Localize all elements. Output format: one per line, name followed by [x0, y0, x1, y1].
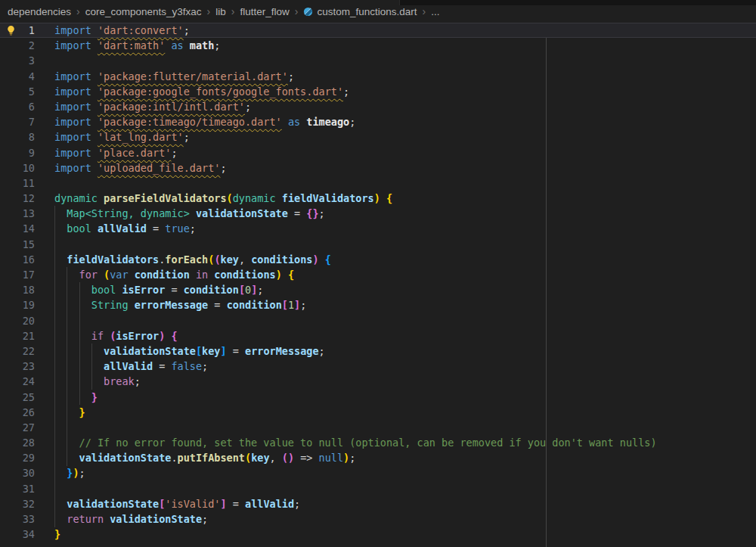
- line-number[interactable]: 5: [0, 84, 35, 99]
- code-token: [54, 207, 67, 219]
- code-line[interactable]: 20: [0, 313, 756, 328]
- code-line[interactable]: 23 allValid = false;: [0, 359, 756, 374]
- line-number[interactable]: 6: [0, 99, 35, 114]
- chevron-right-icon: ›: [76, 5, 80, 17]
- code-token: import: [54, 24, 98, 36]
- code-line[interactable]: 27: [0, 420, 756, 435]
- line-number[interactable]: 21: [0, 328, 35, 343]
- code-token: [165, 330, 171, 342]
- code-line[interactable]: 16 fieldValidators.forEach((key, conditi…: [0, 252, 756, 267]
- breadcrumb-item-flutter-flow[interactable]: flutter_flow: [240, 6, 289, 17]
- code-line[interactable]: 15: [0, 237, 756, 252]
- line-number[interactable]: 16: [0, 252, 35, 267]
- code-line[interactable]: 11: [0, 176, 756, 191]
- code-line[interactable]: 21 if (isError) {: [0, 328, 756, 343]
- line-number[interactable]: 34: [0, 527, 35, 542]
- code-line[interactable]: 4import 'package:flutter/material.dart';: [0, 69, 756, 84]
- code-token: ;: [184, 131, 190, 143]
- code-token: false: [171, 360, 202, 372]
- line-number[interactable]: 23: [0, 359, 35, 374]
- code-token: ;: [79, 467, 85, 479]
- line-number[interactable]: 28: [0, 435, 35, 450]
- code-line[interactable]: 26 }: [0, 405, 756, 420]
- code-line[interactable]: 28 // If no error found, set the value t…: [0, 435, 756, 450]
- code-line[interactable]: 7import 'package:timeago/timeago.dart' a…: [0, 114, 756, 129]
- line-number[interactable]: 4: [0, 69, 35, 84]
- code-line[interactable]: 12dynamic parseFieldValidators(dynamic f…: [0, 191, 756, 206]
- code-line[interactable]: 3: [0, 53, 756, 68]
- code-line[interactable]: 22 validationState[key] = errorMessage;: [0, 343, 756, 359]
- line-number[interactable]: 11: [0, 176, 35, 191]
- code-text: }: [54, 405, 85, 420]
- line-number[interactable]: 29: [0, 450, 35, 465]
- code-token: (: [214, 253, 220, 266]
- line-number[interactable]: 12: [0, 191, 35, 206]
- code-token: import: [54, 131, 98, 143]
- breadcrumb-item-dependencies[interactable]: dependencies: [8, 6, 71, 17]
- line-number[interactable]: 30: [0, 465, 35, 480]
- code-line[interactable]: 5import 'package:google_fonts/google_fon…: [0, 84, 756, 99]
- code-text: bool allValid = true;: [54, 221, 196, 236]
- line-number[interactable]: 19: [0, 297, 35, 312]
- code-token: ;: [184, 24, 190, 36]
- code-line[interactable]: 2import 'dart:math' as math;: [0, 38, 756, 53]
- code-line[interactable]: 9import 'place.dart';: [0, 145, 756, 160]
- code-line[interactable]: 19 String errorMessage = condition[1];: [0, 297, 756, 312]
- line-number[interactable]: 3: [0, 53, 35, 68]
- code-token: [282, 116, 288, 128]
- code-line[interactable]: 14 bool allValid = true;: [0, 221, 756, 236]
- code-line[interactable]: 1import 'dart:convert';: [0, 23, 756, 38]
- code-line[interactable]: 13 Map<String, dynamic> validationState …: [0, 206, 756, 221]
- code-text: for (var condition in conditions) {: [54, 267, 294, 282]
- code-token: ;: [202, 513, 208, 525]
- code-token: condition: [227, 299, 282, 311]
- code-token: conditions: [214, 269, 275, 281]
- code-line[interactable]: 8import 'lat_lng.dart';: [0, 129, 756, 145]
- code-line[interactable]: 10import 'uploaded_file.dart';: [0, 160, 756, 176]
- code-line[interactable]: 17 for (var condition in conditions) {: [0, 267, 756, 282]
- line-number[interactable]: 10: [0, 160, 35, 176]
- line-number[interactable]: 17: [0, 267, 35, 282]
- line-number[interactable]: 32: [0, 496, 35, 511]
- code-line[interactable]: 34}: [0, 527, 756, 542]
- code-line[interactable]: 29 validationState.putIfAbsent(key, () =…: [0, 450, 756, 465]
- code-line[interactable]: 25 }: [0, 390, 756, 405]
- breadcrumb-item-file[interactable]: custom_functions.dart: [303, 6, 417, 17]
- line-number[interactable]: 26: [0, 405, 35, 420]
- line-number[interactable]: 27: [0, 420, 35, 435]
- line-number[interactable]: 15: [0, 237, 35, 252]
- code-line[interactable]: 33 return validationState;: [0, 511, 756, 527]
- code-token: import: [54, 116, 98, 128]
- code-line[interactable]: 30 });: [0, 465, 756, 480]
- code-text: import 'package:timeago/timeago.dart' as…: [54, 114, 355, 129]
- code-token: =>: [294, 452, 319, 464]
- code-line[interactable]: 32 validationState['isValid'] = allValid…: [0, 496, 756, 511]
- line-number[interactable]: 20: [0, 313, 35, 328]
- line-number[interactable]: 8: [0, 129, 35, 145]
- line-number[interactable]: 18: [0, 282, 35, 297]
- code-line[interactable]: 31: [0, 481, 756, 496]
- code-line[interactable]: 18 bool isError = condition[0];: [0, 282, 756, 297]
- line-number[interactable]: 25: [0, 390, 35, 405]
- breadcrumb-item-lib[interactable]: lib: [215, 6, 226, 17]
- line-number[interactable]: 31: [0, 481, 35, 496]
- breadcrumb-symbol-ellipsis[interactable]: ...: [431, 6, 439, 17]
- code-line[interactable]: 24 break;: [0, 374, 756, 389]
- line-number[interactable]: 24: [0, 374, 35, 389]
- line-number[interactable]: 2: [0, 38, 35, 53]
- breadcrumb-item-core-components[interactable]: core_components_y3fxac: [85, 6, 202, 17]
- lightbulb-icon[interactable]: [5, 25, 17, 36]
- code-line[interactable]: 6import 'package:intl/intl.dart';: [0, 99, 756, 114]
- line-number[interactable]: 14: [0, 221, 35, 236]
- line-number[interactable]: 22: [0, 343, 35, 359]
- line-number[interactable]: 7: [0, 114, 35, 129]
- code-token: ): [374, 192, 380, 204]
- line-number[interactable]: 13: [0, 206, 35, 221]
- code-token: [54, 406, 79, 418]
- line-number[interactable]: 33: [0, 511, 35, 527]
- line-number[interactable]: 9: [0, 145, 35, 160]
- code-token: import: [54, 162, 98, 174]
- code-token: 0: [245, 284, 251, 296]
- code-area: 1import 'dart:convert';2import 'dart:mat…: [0, 23, 756, 542]
- code-token: ): [73, 467, 79, 479]
